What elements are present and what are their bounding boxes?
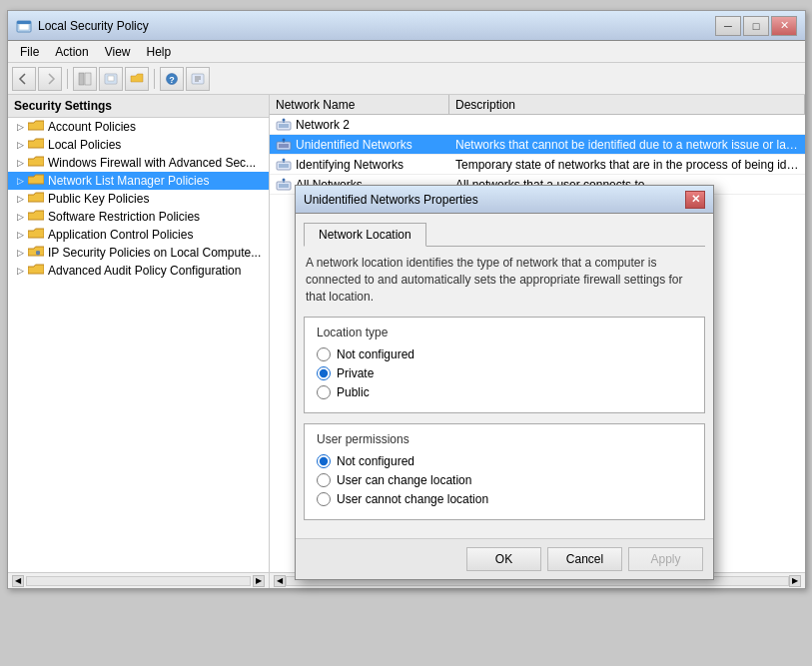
col-header-description[interactable]: Description: [449, 95, 805, 114]
radio-label-public: Public: [337, 385, 370, 399]
scroll-right-btn[interactable]: ▶: [253, 575, 265, 587]
network-icon: [276, 138, 292, 152]
radio-location-private[interactable]: Private: [317, 366, 692, 380]
expand-icon: ▷: [12, 263, 28, 279]
svg-rect-27: [279, 184, 289, 188]
tree-item-software-restriction[interactable]: ▷ Software Restriction Policies: [8, 208, 269, 226]
dialog-unidentified-networks: Unidentified Networks Properties ✕ Netwo…: [295, 185, 714, 580]
expand-icon: ▷: [12, 227, 28, 243]
radio-perm-cannot-change[interactable]: User cannot change location: [317, 492, 692, 506]
radio-input-private[interactable]: [317, 366, 331, 380]
dialog-close-button[interactable]: ✕: [685, 191, 705, 209]
svg-rect-2: [17, 21, 31, 24]
radio-input-public[interactable]: [317, 385, 331, 399]
expand-icon: ▷: [12, 173, 28, 189]
menu-help[interactable]: Help: [139, 43, 180, 61]
tree-item-windows-firewall[interactable]: ▷ Windows Firewall with Advanced Sec...: [8, 154, 269, 172]
radio-location-not-configured[interactable]: Not configured: [317, 347, 692, 361]
dialog-buttons: OK Cancel Apply: [296, 538, 713, 579]
tab-network-location[interactable]: Network Location: [304, 223, 426, 247]
tree-item-public-key[interactable]: ▷ Public Key Policies: [8, 190, 269, 208]
expand-icon: ▷: [12, 245, 28, 261]
menu-action[interactable]: Action: [47, 43, 96, 61]
close-button[interactable]: ✕: [771, 16, 797, 36]
list-row[interactable]: Network 2: [270, 115, 805, 135]
folder-icon: [28, 264, 44, 278]
radio-label-can-change: User can change location: [337, 473, 471, 487]
scroll-right-btn2[interactable]: ▶: [789, 575, 801, 587]
tree-item-network-list-manager[interactable]: ▷ Network List Manager Policies: [8, 172, 269, 190]
svg-point-28: [283, 178, 286, 181]
cell-name: Identifying Networks: [270, 156, 449, 174]
folder-icon: [28, 246, 44, 260]
toolbar-separator-2: [154, 69, 155, 89]
cell-description: [449, 123, 805, 127]
tree-item-ip-security[interactable]: ▷ IP Security Policies on Local Compute.…: [8, 244, 269, 262]
radio-input-cannot-change[interactable]: [317, 492, 331, 506]
folder-button[interactable]: [125, 67, 149, 91]
radio-input-perm-not-configured[interactable]: [317, 454, 331, 468]
tab-strip: Network Location: [304, 222, 705, 247]
radio-location-public[interactable]: Public: [317, 385, 692, 399]
cell-description: Networks that cannot be identified due t…: [449, 136, 805, 154]
cell-description: Temporary state of networks that are in …: [449, 156, 805, 174]
tree-item-application-control[interactable]: ▷ Application Control Policies: [8, 226, 269, 244]
scroll-left-btn[interactable]: ◀: [12, 575, 24, 587]
user-permissions-group: User permissions Not configured User can…: [304, 423, 705, 520]
expand-icon: ▷: [12, 191, 28, 207]
radio-input-can-change[interactable]: [317, 473, 331, 487]
location-type-label: Location type: [317, 326, 692, 339]
radio-perm-can-change[interactable]: User can change location: [317, 473, 692, 487]
menu-view[interactable]: View: [97, 43, 139, 61]
user-permissions-label: User permissions: [317, 432, 692, 446]
minimize-button[interactable]: ─: [715, 16, 741, 36]
menu-bar: File Action View Help: [8, 41, 805, 63]
expand-icon: ▷: [12, 155, 28, 171]
svg-rect-4: [85, 73, 91, 85]
tree-item-local-policies[interactable]: ▷ Local Policies: [8, 136, 269, 154]
svg-rect-23: [279, 164, 289, 168]
svg-point-16: [283, 118, 286, 121]
cancel-button[interactable]: Cancel: [547, 547, 622, 571]
title-buttons: ─ □ ✕: [715, 16, 797, 36]
help-button[interactable]: ?: [160, 67, 184, 91]
toolbar: ?: [8, 63, 805, 95]
svg-rect-15: [279, 124, 289, 128]
network-icon: [276, 158, 292, 172]
radio-label-not-configured: Not configured: [337, 347, 414, 361]
back-button[interactable]: [12, 67, 36, 91]
svg-rect-19: [279, 144, 289, 148]
expand-icon: ▷: [12, 119, 28, 135]
tree-item-account-policies[interactable]: ▷ Account Policies: [8, 118, 269, 136]
svg-rect-3: [79, 73, 84, 85]
dialog-title: Unidentified Networks Properties: [304, 193, 478, 207]
svg-point-24: [283, 158, 286, 161]
window-title: Local Security Policy: [38, 19, 149, 33]
cell-name: Unidentified Networks: [270, 136, 449, 154]
show-hide-tree-button[interactable]: [73, 67, 97, 91]
forward-button[interactable]: [38, 67, 62, 91]
title-bar: Local Security Policy ─ □ ✕: [8, 11, 805, 41]
col-header-name[interactable]: Network Name: [270, 95, 449, 114]
scroll-left-btn2[interactable]: ◀: [274, 575, 286, 587]
maximize-button[interactable]: □: [743, 16, 769, 36]
list-row[interactable]: Unidentified Networks Networks that cann…: [270, 135, 805, 155]
up-button[interactable]: [99, 67, 123, 91]
dialog-title-bar: Unidentified Networks Properties ✕: [296, 186, 713, 214]
radio-input-not-configured[interactable]: [317, 347, 331, 361]
radio-label-private: Private: [337, 366, 374, 380]
tree-item-advanced-audit[interactable]: ▷ Advanced Audit Policy Configuration: [8, 262, 269, 280]
scroll-track-left[interactable]: [26, 576, 251, 586]
tree-header: Security Settings: [8, 95, 269, 118]
radio-label-perm-not-configured: Not configured: [337, 454, 414, 468]
apply-button[interactable]: Apply: [628, 547, 703, 571]
ok-button[interactable]: OK: [466, 547, 541, 571]
folder-icon: [28, 138, 44, 152]
menu-file[interactable]: File: [12, 43, 47, 61]
list-row[interactable]: Identifying Networks Temporary state of …: [270, 155, 805, 175]
export-button[interactable]: [186, 67, 210, 91]
dialog-content: Network Location A network location iden…: [296, 214, 713, 538]
svg-point-20: [283, 138, 286, 141]
folder-icon: [28, 120, 44, 134]
radio-perm-not-configured[interactable]: Not configured: [317, 454, 692, 468]
